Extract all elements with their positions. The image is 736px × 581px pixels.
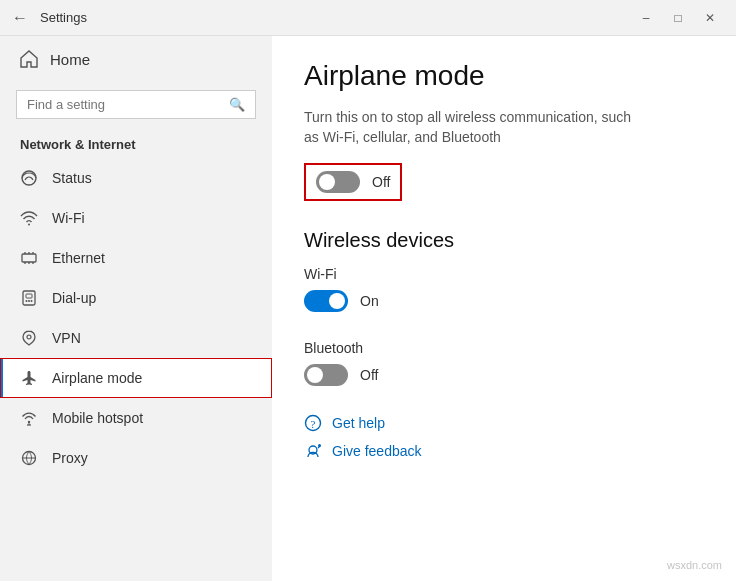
search-icon: 🔍: [229, 97, 245, 112]
wifi-toggle-label: On: [360, 293, 379, 309]
bluetooth-toggle-thumb: [307, 367, 323, 383]
watermark: wsxdn.com: [667, 559, 722, 571]
sidebar-item-proxy[interactable]: Proxy: [0, 438, 272, 478]
wifi-toggle-thumb: [329, 293, 345, 309]
svg-point-6: [28, 300, 30, 302]
get-help-label: Get help: [332, 415, 385, 431]
bluetooth-toggle-label: Off: [360, 367, 378, 383]
give-feedback-icon: [304, 442, 322, 460]
airplane-toggle-label: Off: [372, 174, 390, 190]
help-links: ? Get help Give feedback: [304, 414, 704, 460]
sidebar: Home 🔍 Network & Internet Status: [0, 36, 272, 581]
bluetooth-toggle-row[interactable]: Off: [304, 364, 378, 386]
give-feedback-link[interactable]: Give feedback: [304, 442, 704, 460]
content-area: Airplane mode Turn this on to stop all w…: [272, 36, 736, 581]
sidebar-item-dialup[interactable]: Dial-up: [0, 278, 272, 318]
minimize-button[interactable]: –: [632, 4, 660, 32]
toggle-thumb: [319, 174, 335, 190]
sidebar-section-label: Network & Internet: [0, 127, 272, 158]
sidebar-item-airplane-mode[interactable]: Airplane mode: [0, 358, 272, 398]
airplane-toggle-row[interactable]: Off: [304, 163, 402, 201]
maximize-button[interactable]: □: [664, 4, 692, 32]
sidebar-item-label-hotspot: Mobile hotspot: [52, 410, 143, 426]
wifi-device-name: Wi-Fi: [304, 266, 704, 282]
wifi-section: Wi-Fi On: [304, 266, 704, 312]
sidebar-item-label-ethernet: Ethernet: [52, 250, 105, 266]
svg-point-9: [28, 421, 30, 423]
svg-point-8: [27, 335, 31, 339]
give-feedback-label: Give feedback: [332, 443, 422, 459]
sidebar-item-label-airplane: Airplane mode: [52, 370, 142, 386]
bluetooth-section: Bluetooth Off: [304, 340, 704, 386]
hotspot-icon: [20, 409, 38, 427]
wifi-icon: [20, 209, 38, 227]
get-help-icon: ?: [304, 414, 322, 432]
title-bar-title: Settings: [40, 10, 87, 25]
title-bar-controls: – □ ✕: [632, 4, 724, 32]
main-layout: Home 🔍 Network & Internet Status: [0, 36, 736, 581]
wifi-toggle-row[interactable]: On: [304, 290, 379, 312]
page-description: Turn this on to stop all wireless commun…: [304, 108, 644, 147]
svg-point-1: [28, 224, 30, 226]
back-button[interactable]: ←: [12, 9, 28, 27]
proxy-icon: [20, 449, 38, 467]
wifi-toggle[interactable]: [304, 290, 348, 312]
bluetooth-toggle[interactable]: [304, 364, 348, 386]
sidebar-item-wifi[interactable]: Wi-Fi: [0, 198, 272, 238]
sidebar-item-hotspot[interactable]: Mobile hotspot: [0, 398, 272, 438]
home-label: Home: [50, 51, 90, 68]
svg-rect-4: [26, 294, 32, 298]
sidebar-item-label-dialup: Dial-up: [52, 290, 96, 306]
sidebar-item-label-proxy: Proxy: [52, 450, 88, 466]
bluetooth-device-name: Bluetooth: [304, 340, 704, 356]
search-box[interactable]: 🔍: [16, 90, 256, 119]
title-bar-left: ← Settings: [12, 9, 87, 27]
sidebar-item-ethernet[interactable]: Ethernet: [0, 238, 272, 278]
airplane-mode-toggle[interactable]: [316, 171, 360, 193]
close-button[interactable]: ✕: [696, 4, 724, 32]
page-title: Airplane mode: [304, 60, 704, 92]
ethernet-icon: [20, 249, 38, 267]
sidebar-item-label-vpn: VPN: [52, 330, 81, 346]
sidebar-item-label-status: Status: [52, 170, 92, 186]
airplane-icon: [20, 369, 38, 387]
sidebar-item-home[interactable]: Home: [0, 36, 272, 82]
status-icon: [20, 169, 38, 187]
get-help-link[interactable]: ? Get help: [304, 414, 704, 432]
sidebar-item-label-wifi: Wi-Fi: [52, 210, 85, 226]
svg-point-7: [31, 300, 33, 302]
svg-text:?: ?: [311, 418, 316, 430]
title-bar: ← Settings – □ ✕: [0, 0, 736, 36]
svg-point-14: [318, 444, 321, 447]
sidebar-item-vpn[interactable]: VPN: [0, 318, 272, 358]
dialup-icon: [20, 289, 38, 307]
search-input[interactable]: [27, 97, 223, 112]
home-icon: [20, 50, 38, 68]
svg-point-5: [26, 300, 28, 302]
wireless-devices-title: Wireless devices: [304, 229, 704, 252]
svg-rect-2: [22, 254, 36, 262]
vpn-icon: [20, 329, 38, 347]
sidebar-item-status[interactable]: Status: [0, 158, 272, 198]
